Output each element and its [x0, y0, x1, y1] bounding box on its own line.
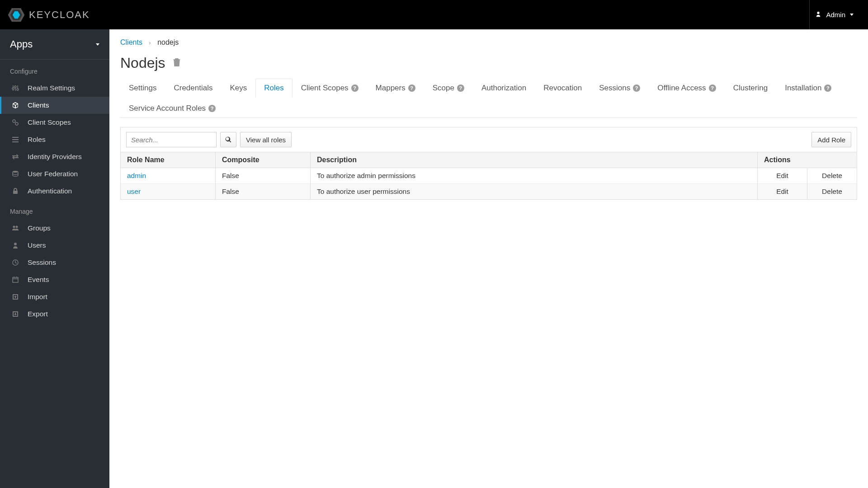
svg-rect-12 [13, 277, 18, 282]
sidebar-item-sessions[interactable]: Sessions [0, 254, 109, 271]
tab-sessions[interactable]: Sessions? [590, 79, 649, 98]
edit-button[interactable]: Edit [758, 184, 807, 200]
sidebar-item-roles[interactable]: Roles [0, 131, 109, 148]
sidebar-item-authentication[interactable]: Authentication [0, 183, 109, 200]
top-header: KEYCLOAK Admin [0, 0, 868, 29]
role-link[interactable]: admin [127, 172, 146, 179]
brand-name: KEYCLOAK [29, 9, 90, 21]
user-icon [11, 241, 19, 249]
tab-installation[interactable]: Installation? [776, 79, 840, 98]
scopes-icon [11, 118, 19, 127]
search-input[interactable] [126, 132, 217, 147]
svg-rect-5 [12, 137, 19, 138]
tab-credentials[interactable]: Credentials [165, 79, 221, 98]
tab-authorization[interactable]: Authorization [473, 79, 535, 98]
cell-composite: False [216, 168, 311, 184]
tab-roles[interactable]: Roles [255, 79, 292, 98]
tab-revocation[interactable]: Revocation [535, 79, 590, 98]
main-content: Clients › nodejs Nodejs SettingsCredenti… [109, 29, 868, 488]
tab-scope[interactable]: Scope? [424, 79, 473, 98]
tabs: SettingsCredentialsKeysRolesClient Scope… [120, 79, 857, 118]
view-all-roles-button[interactable]: View all roles [240, 132, 292, 147]
sidebar: Apps ConfigureRealm SettingsClientsClien… [0, 29, 109, 488]
sidebar-item-label: Import [28, 293, 47, 301]
tab-label: Offline Access [657, 84, 706, 93]
sidebar-item-label: User Federation [28, 170, 78, 178]
delete-button[interactable]: Delete [807, 168, 857, 184]
tab-label: Clustering [733, 84, 768, 93]
svg-point-3 [13, 120, 15, 122]
database-icon [11, 170, 19, 178]
table-header-row: Role Name Composite Description Actions [121, 152, 857, 168]
sidebar-item-client-scopes[interactable]: Client Scopes [0, 114, 109, 131]
tab-label: Roles [264, 84, 283, 93]
cell-role-name: admin [121, 168, 216, 184]
chevron-down-icon [850, 14, 854, 16]
help-icon[interactable]: ? [457, 84, 464, 92]
exchange-icon [11, 153, 19, 161]
tab-client-scopes[interactable]: Client Scopes? [292, 79, 367, 98]
breadcrumb-parent[interactable]: Clients [120, 38, 142, 46]
tab-label: Revocation [543, 84, 582, 93]
tab-label: Authorization [481, 84, 526, 93]
sidebar-item-label: Events [28, 276, 49, 284]
help-icon[interactable]: ? [709, 84, 716, 92]
tab-label: Credentials [174, 84, 212, 93]
keycloak-icon [7, 6, 25, 24]
sidebar-item-label: Groups [28, 224, 51, 232]
tab-keys[interactable]: Keys [221, 79, 255, 98]
brand-logo[interactable]: KEYCLOAK [7, 6, 90, 24]
help-icon[interactable]: ? [351, 84, 359, 92]
tab-label: Service Account Roles [129, 104, 206, 113]
clock-icon [11, 258, 19, 267]
sidebar-item-import[interactable]: Import [0, 288, 109, 305]
tab-mappers[interactable]: Mappers? [367, 79, 424, 98]
lock-icon [11, 187, 19, 195]
group-icon [11, 224, 19, 232]
help-icon[interactable]: ? [633, 84, 640, 92]
sidebar-item-label: Authentication [28, 187, 72, 195]
tab-label: Mappers [376, 84, 406, 93]
search-button[interactable] [220, 132, 236, 147]
sidebar-section-title: Configure [0, 60, 109, 80]
sidebar-item-identity-providers[interactable]: Identity Providers [0, 148, 109, 165]
export-icon [11, 310, 19, 318]
svg-point-8 [13, 171, 18, 173]
sidebar-item-label: Sessions [28, 258, 56, 267]
help-icon[interactable]: ? [408, 84, 415, 92]
user-menu[interactable]: Admin [809, 0, 859, 29]
user-icon [815, 11, 821, 19]
sidebar-item-events[interactable]: Events [0, 271, 109, 288]
sidebar-item-realm-settings[interactable]: Realm Settings [0, 80, 109, 97]
tab-label: Sessions [599, 84, 630, 93]
calendar-icon [11, 276, 19, 284]
sidebar-item-user-federation[interactable]: User Federation [0, 165, 109, 183]
breadcrumb-current: nodejs [157, 38, 179, 46]
roles-table: Role Name Composite Description Actions … [120, 152, 857, 200]
col-composite[interactable]: Composite [216, 152, 311, 168]
help-icon[interactable]: ? [824, 84, 831, 92]
svg-rect-6 [12, 139, 19, 140]
sidebar-item-clients[interactable]: Clients [0, 97, 109, 114]
tab-offline-access[interactable]: Offline Access? [649, 79, 724, 98]
sidebar-item-export[interactable]: Export [0, 305, 109, 323]
sidebar-item-label: Export [28, 310, 48, 318]
tab-clustering[interactable]: Clustering [725, 79, 777, 98]
tab-service-account-roles[interactable]: Service Account Roles? [120, 99, 224, 118]
tab-settings[interactable]: Settings [120, 79, 165, 98]
col-description[interactable]: Description [311, 152, 758, 168]
sidebar-item-groups[interactable]: Groups [0, 220, 109, 237]
svg-point-4 [15, 122, 18, 125]
delete-button[interactable]: Delete [807, 184, 857, 200]
realm-selector[interactable]: Apps [0, 29, 109, 60]
add-role-button[interactable]: Add Role [811, 132, 851, 147]
cell-description: To authorize admin permissions [311, 168, 758, 184]
edit-button[interactable]: Edit [758, 168, 807, 184]
help-icon[interactable]: ? [208, 105, 216, 112]
trash-icon[interactable] [173, 58, 181, 68]
col-role-name[interactable]: Role Name [121, 152, 216, 168]
sidebar-item-label: Identity Providers [28, 153, 82, 161]
sidebar-item-users[interactable]: Users [0, 237, 109, 254]
sidebar-item-label: Realm Settings [28, 84, 75, 92]
role-link[interactable]: user [127, 188, 141, 195]
